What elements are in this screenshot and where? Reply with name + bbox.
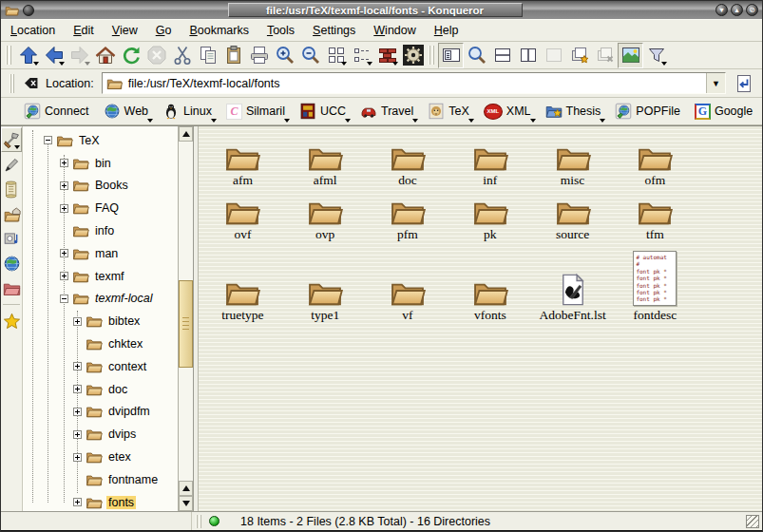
sidebar-tab-marker[interactable] bbox=[1, 152, 22, 177]
multicolumn-view-button[interactable] bbox=[349, 43, 374, 68]
sidebar-tab-network[interactable] bbox=[1, 251, 22, 276]
expand-toggle[interactable] bbox=[73, 498, 82, 506]
location-value[interactable]: file:/usr/TeX/texmf-local/fonts bbox=[128, 77, 280, 90]
extra-toolbar-handle[interactable] bbox=[429, 46, 435, 65]
tree-item-fonts[interactable]: fonts bbox=[23, 491, 178, 511]
bookmark-linux[interactable]: Linux bbox=[162, 101, 213, 122]
remove-view-button[interactable] bbox=[541, 43, 566, 68]
sidebar-tab-services[interactable] bbox=[1, 226, 22, 251]
resize-grip[interactable] bbox=[746, 515, 759, 528]
close-button[interactable]: ⊘ bbox=[746, 4, 758, 16]
expand-toggle[interactable] bbox=[73, 385, 82, 393]
location-dropdown-button[interactable]: ▼ bbox=[706, 73, 725, 93]
tree-item-bibtex[interactable]: bibtex bbox=[23, 310, 178, 332]
expand-toggle[interactable] bbox=[60, 249, 68, 257]
menu-window[interactable]: Window bbox=[373, 24, 415, 37]
scroll-up-button-2[interactable] bbox=[179, 481, 193, 496]
forward-button[interactable] bbox=[67, 43, 92, 68]
print-button[interactable] bbox=[246, 43, 272, 68]
menu-view[interactable]: View bbox=[112, 24, 138, 37]
go-button[interactable] bbox=[732, 71, 756, 96]
tree-item-man[interactable]: man bbox=[23, 242, 178, 265]
split-view-left-right-button[interactable] bbox=[515, 43, 541, 68]
home-button[interactable] bbox=[92, 43, 118, 68]
expand-toggle[interactable] bbox=[60, 204, 68, 213]
menu-go[interactable]: Go bbox=[156, 24, 172, 37]
up-button[interactable] bbox=[15, 43, 41, 68]
expand-toggle[interactable] bbox=[60, 159, 68, 167]
bookmark-thesis[interactable]: Thesis bbox=[544, 101, 602, 122]
tree-item-dvipdfm[interactable]: dvipdfm bbox=[23, 401, 178, 424]
image-preview-button[interactable] bbox=[618, 43, 643, 68]
back-button[interactable] bbox=[41, 43, 67, 68]
file-icon-doc[interactable]: doc bbox=[367, 133, 449, 187]
close-tab-button[interactable] bbox=[592, 43, 618, 68]
bookmark-connect[interactable]: Connect bbox=[23, 101, 90, 122]
bookmark-tex[interactable]: TeX bbox=[427, 101, 470, 122]
file-icon-pfm[interactable]: pfm bbox=[367, 187, 449, 241]
sidebar-tab-bookmarks[interactable] bbox=[1, 309, 22, 333]
location-toolbar-handle[interactable] bbox=[10, 74, 16, 93]
file-icon-ofm[interactable]: ofm bbox=[614, 133, 696, 187]
menu-edit[interactable]: Edit bbox=[73, 24, 94, 37]
filter-button[interactable] bbox=[643, 43, 669, 68]
menu-tools[interactable]: Tools bbox=[267, 24, 295, 37]
clear-location-button[interactable] bbox=[19, 72, 42, 95]
tree-item-FAQ[interactable]: FAQ bbox=[23, 197, 178, 219]
expand-toggle[interactable] bbox=[60, 181, 68, 190]
expand-toggle[interactable] bbox=[73, 317, 82, 326]
expand-toggle[interactable] bbox=[73, 453, 82, 462]
collapse-toggle[interactable] bbox=[60, 294, 68, 303]
tree-item-etex[interactable]: etex bbox=[23, 446, 178, 468]
tree-item-dvips[interactable]: dvips bbox=[23, 423, 178, 446]
sidebar-tab-history[interactable] bbox=[1, 177, 22, 201]
file-icon-pk[interactable]: pk bbox=[448, 187, 531, 241]
file-icon-misc[interactable]: misc bbox=[531, 133, 614, 187]
tree-item-info[interactable]: info bbox=[23, 219, 178, 242]
scroll-up-button[interactable] bbox=[179, 126, 193, 142]
minimize-button[interactable]: ▾ bbox=[715, 4, 728, 16]
menu-bookmarks[interactable]: Bookmarks bbox=[189, 24, 249, 37]
file-icon-tfm[interactable]: tfm bbox=[614, 187, 696, 241]
bookmark-travel[interactable]: Travel bbox=[359, 101, 414, 122]
stop-button[interactable] bbox=[143, 43, 169, 68]
tree-item-bin[interactable]: bin bbox=[23, 152, 178, 175]
tree-item-context[interactable]: context bbox=[23, 355, 178, 378]
file-icon-ovp[interactable]: ovp bbox=[284, 187, 367, 241]
scroll-down-button[interactable] bbox=[179, 496, 193, 511]
split-view-top-bottom-button[interactable] bbox=[489, 43, 515, 68]
tree-item-fontname[interactable]: fontname bbox=[23, 468, 178, 491]
file-icon-ovf[interactable]: ovf bbox=[201, 187, 284, 241]
file-icon-truetype[interactable]: truetype bbox=[201, 246, 284, 322]
tree-scrollbar[interactable] bbox=[178, 126, 193, 511]
sidebar-configure-button[interactable] bbox=[1, 127, 22, 152]
tree-item-texmf[interactable]: texmf bbox=[23, 265, 178, 288]
tree-item-Books[interactable]: Books bbox=[23, 175, 178, 198]
file-icon-afm[interactable]: afm bbox=[201, 133, 284, 187]
icon-view-button[interactable] bbox=[323, 43, 349, 68]
find-file-button[interactable] bbox=[464, 43, 489, 68]
show-sidebar-button[interactable] bbox=[438, 43, 464, 68]
expand-toggle[interactable] bbox=[73, 362, 82, 370]
file-icon-afml[interactable]: afml bbox=[284, 133, 367, 187]
expand-toggle[interactable] bbox=[73, 430, 82, 439]
bookmark-web[interactable]: Web bbox=[103, 101, 149, 122]
menu-location[interactable]: Location bbox=[10, 24, 55, 37]
sidebar-tab-home-folder[interactable] bbox=[1, 201, 22, 226]
scrollbar-track[interactable] bbox=[179, 142, 193, 481]
status-bar-handle[interactable] bbox=[196, 515, 201, 528]
file-icon-source[interactable]: source bbox=[531, 187, 614, 241]
detailed-view-button[interactable] bbox=[374, 43, 400, 68]
window-pin-button[interactable] bbox=[23, 5, 34, 16]
copy-button[interactable] bbox=[195, 43, 220, 68]
file-icon-type1[interactable]: type1 bbox=[284, 246, 367, 322]
sidebar-tab-root-folder[interactable] bbox=[1, 276, 22, 300]
paste-button[interactable] bbox=[220, 43, 246, 68]
collapse-toggle[interactable] bbox=[44, 136, 52, 144]
location-input[interactable]: file:/usr/TeX/texmf-local/fonts ▼ bbox=[102, 72, 726, 94]
cut-button[interactable] bbox=[169, 43, 195, 68]
expand-toggle[interactable] bbox=[73, 408, 82, 416]
tree-item-chktex[interactable]: chktex bbox=[23, 332, 178, 355]
zoom-out-button[interactable] bbox=[297, 43, 323, 68]
file-icon-vf[interactable]: vf bbox=[367, 246, 449, 322]
